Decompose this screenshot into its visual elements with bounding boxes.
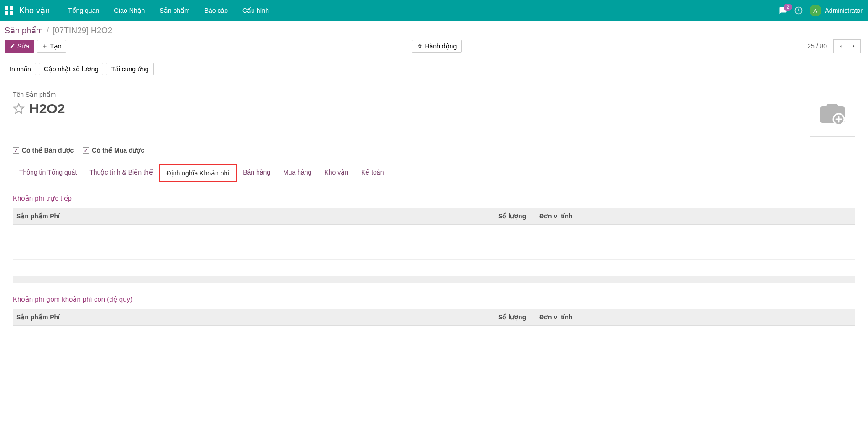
top-navbar: Kho vận Tổng quan Giao Nhận Sản phẩm Báo… xyxy=(0,0,868,21)
col-uom[interactable]: Đơn vị tính xyxy=(536,309,855,326)
activity-icon[interactable] xyxy=(794,6,803,15)
form-view: Tên Sản phẩm H2O2 ✓ Có thể Bán xyxy=(0,80,868,371)
breadcrumb: Sản phẩm / [07TIN29] H2O2 xyxy=(5,26,861,36)
table-footer-bar xyxy=(13,277,855,283)
svg-rect-2 xyxy=(5,11,8,15)
user-name: Administrator xyxy=(825,7,863,14)
pencil-icon xyxy=(10,43,15,49)
messages-icon[interactable]: 2 xyxy=(779,6,788,15)
menu-item-config[interactable]: Cấu hình xyxy=(235,0,276,21)
chevron-right-icon xyxy=(852,43,856,49)
edit-button[interactable]: Sửa xyxy=(5,40,34,53)
breadcrumb-current: [07TIN29] H2O2 xyxy=(53,26,112,36)
can-sell-checkbox[interactable]: ✓ Có thể Bán được xyxy=(13,147,74,154)
avatar: A xyxy=(810,5,821,16)
status-bar: In nhãn Cập nhật số lượng Tái cung ứng xyxy=(0,58,868,80)
edit-create-group: Sửa Tạo xyxy=(5,40,66,53)
tab-sales[interactable]: Bán hàng xyxy=(237,164,277,182)
table-row[interactable] xyxy=(13,326,855,343)
tab-fee-definition[interactable]: Định nghĩa Khoản phí xyxy=(159,164,237,182)
svg-rect-3 xyxy=(10,11,13,15)
navbar-menu: Tổng quan Giao Nhận Sản phẩm Báo cáo Cấu… xyxy=(61,0,276,21)
pager-next-button[interactable] xyxy=(847,39,861,53)
table-row[interactable] xyxy=(13,260,855,277)
tab-variants[interactable]: Thuộc tính & Biến thể xyxy=(83,164,159,182)
direct-fee-title: Khoản phí trực tiếp xyxy=(13,194,855,202)
pager-text: 25 / 80 xyxy=(807,42,827,50)
messages-badge: 2 xyxy=(784,4,792,11)
control-panel: Sản phẩm / [07TIN29] H2O2 Sửa Tạo Hành đ… xyxy=(0,21,868,58)
table-row[interactable] xyxy=(13,225,855,242)
print-label-button[interactable]: In nhãn xyxy=(5,63,36,75)
col-uom[interactable]: Đơn vị tính xyxy=(536,208,855,225)
apps-icon[interactable] xyxy=(4,5,15,16)
recursive-fee-table: Sản phẩm Phí Số lượng Đơn vị tính xyxy=(13,309,855,360)
col-qty[interactable]: Số lượng xyxy=(494,208,536,225)
pager-prev-button[interactable] xyxy=(833,39,847,53)
tab-purchase[interactable]: Mua hàng xyxy=(277,164,318,182)
action-button[interactable]: Hành động xyxy=(412,40,462,53)
recursive-fee-title: Khoản phí gồm khoản phí con (đệ quy) xyxy=(13,295,855,303)
col-qty[interactable]: Số lượng xyxy=(494,309,536,326)
camera-plus-icon xyxy=(818,102,847,126)
svg-rect-0 xyxy=(5,6,8,10)
navbar-right: 2 A Administrator xyxy=(779,5,864,16)
replenish-button[interactable]: Tái cung ứng xyxy=(106,63,153,75)
user-menu[interactable]: A Administrator xyxy=(810,5,864,16)
form-sheet: Tên Sản phẩm H2O2 ✓ Có thể Bán xyxy=(0,80,868,371)
svg-rect-1 xyxy=(10,6,13,10)
tab-inventory[interactable]: Kho vận xyxy=(318,164,355,182)
breadcrumb-separator: / xyxy=(47,26,49,36)
app-title[interactable]: Kho vận xyxy=(19,5,50,16)
menu-item-reports[interactable]: Báo cáo xyxy=(197,0,235,21)
can-buy-checkbox[interactable]: ✓ Có thể Mua được xyxy=(83,147,144,154)
col-product[interactable]: Sản phẩm Phí xyxy=(13,309,494,326)
checkbox-row: ✓ Có thể Bán được ✓ Có thể Mua được xyxy=(13,147,855,154)
pager-nav xyxy=(833,39,861,53)
product-image-upload[interactable] xyxy=(810,91,855,137)
create-button[interactable]: Tạo xyxy=(37,40,66,53)
update-qty-button[interactable]: Cập nhật số lượng xyxy=(39,63,104,75)
menu-item-overview[interactable]: Tổng quan xyxy=(61,0,106,21)
form-tabs: Thông tin Tổng quát Thuộc tính & Biến th… xyxy=(13,164,855,182)
chevron-left-icon xyxy=(838,43,843,49)
breadcrumb-root[interactable]: Sản phẩm xyxy=(5,26,43,36)
menu-item-operations[interactable]: Giao Nhận xyxy=(106,0,152,21)
col-product[interactable]: Sản phẩm Phí xyxy=(13,208,494,225)
product-name-label: Tên Sản phẩm xyxy=(13,91,810,98)
menu-item-products[interactable]: Sản phẩm xyxy=(152,0,197,21)
tab-general[interactable]: Thông tin Tổng quát xyxy=(13,164,83,182)
plus-icon xyxy=(42,43,47,49)
favorite-star-icon[interactable] xyxy=(13,103,25,115)
table-row[interactable] xyxy=(13,343,855,360)
check-icon: ✓ xyxy=(13,147,19,154)
direct-fee-table: Sản phẩm Phí Số lượng Đơn vị tính xyxy=(13,208,855,277)
product-name: H2O2 xyxy=(29,101,65,117)
check-icon: ✓ xyxy=(83,147,89,154)
gear-icon xyxy=(417,43,422,49)
tab-accounting[interactable]: Kế toán xyxy=(355,164,390,182)
table-row[interactable] xyxy=(13,242,855,260)
